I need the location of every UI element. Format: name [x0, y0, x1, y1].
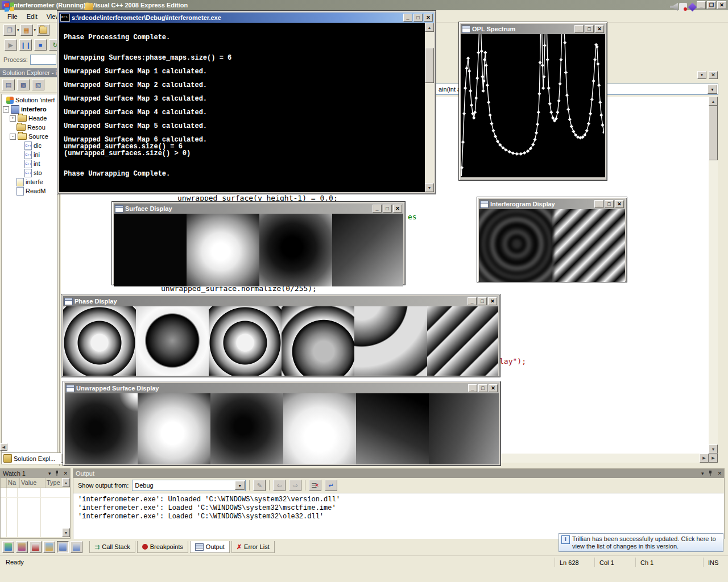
- close-icon[interactable]: ✕: [615, 200, 624, 208]
- maximize-icon[interactable]: □: [605, 200, 614, 208]
- window-list-icon[interactable]: ▾: [697, 71, 706, 79]
- vscroll-thumb[interactable]: [425, 48, 434, 83]
- watch-col-name[interactable]: Na: [7, 478, 20, 488]
- tree-item-header-files[interactable]: + Heade: [2, 114, 57, 123]
- minimize-icon[interactable]: _: [574, 25, 584, 33]
- close-icon[interactable]: ✕: [489, 384, 498, 392]
- scroll-right-icon[interactable]: ▶: [700, 454, 709, 463]
- chevron-down-icon[interactable]: ▾: [48, 471, 51, 476]
- pause-icon[interactable]: ❙❙: [19, 39, 32, 51]
- watch-grid[interactable]: ▼: [1, 488, 70, 537]
- console-vscrollbar[interactable]: ▲ ▼: [425, 23, 434, 192]
- tab-breakpoints[interactable]: Breakpoints: [137, 541, 188, 553]
- maximize-icon[interactable]: □: [478, 297, 487, 305]
- solution-explorer-tab[interactable]: Solution Expl...: [1, 452, 65, 464]
- output-log[interactable]: 'interferometer.exe': Unloaded 'C:\WINDO…: [73, 493, 724, 539]
- tree-item-cpp-file[interactable]: C++ int: [2, 159, 57, 168]
- dropdown-arrow-icon[interactable]: ▾: [34, 28, 36, 32]
- show-all-files-icon[interactable]: ▩: [17, 79, 30, 90]
- open-folder-icon: [18, 133, 27, 140]
- scroll-down-icon[interactable]: ▼: [425, 183, 434, 192]
- panel-shortcut-icon[interactable]: [2, 541, 14, 553]
- scroll-down-icon[interactable]: ▼: [62, 528, 70, 537]
- prev-message-icon[interactable]: ⇦: [273, 480, 286, 491]
- output-source-combobox[interactable]: Debug ▼: [132, 480, 246, 491]
- tree-item-cpp-file[interactable]: C++ dic: [2, 141, 57, 150]
- trillian-notification[interactable]: i Trillian has been successfully updated…: [559, 533, 723, 552]
- panel-shortcut-icon[interactable]: [71, 541, 82, 553]
- copy-icon[interactable]: ❐: [3, 24, 16, 36]
- close-icon[interactable]: ✕: [63, 471, 68, 476]
- collapse-icon[interactable]: -: [10, 134, 16, 140]
- scroll-down-icon[interactable]: ▼: [709, 444, 718, 454]
- chevron-down-icon[interactable]: ▾: [701, 471, 704, 476]
- minimize-icon[interactable]: _: [373, 205, 382, 213]
- chevron-down-icon[interactable]: ▼: [708, 85, 717, 94]
- pin-icon[interactable]: [55, 471, 59, 476]
- maximize-icon[interactable]: □: [478, 384, 487, 392]
- tree-item-readme[interactable]: ReadM: [2, 186, 57, 196]
- find-message-icon[interactable]: ✎: [253, 480, 266, 491]
- maximize-icon[interactable]: □: [413, 14, 423, 22]
- maximize-icon[interactable]: □: [585, 25, 594, 33]
- tab-call-stack[interactable]: ⇉ Call Stack: [89, 541, 135, 553]
- minimize-icon[interactable]: _: [468, 297, 477, 305]
- panel-shortcut-icon[interactable]: [57, 541, 69, 553]
- tree-item-cpp-file[interactable]: C++ ini: [2, 150, 57, 159]
- clear-all-icon[interactable]: ☰✕: [309, 480, 321, 491]
- scroll-up-icon[interactable]: ▲: [425, 23, 434, 32]
- scroll-corner-icon[interactable]: ▶: [709, 454, 718, 463]
- tree-item-cpp-file[interactable]: C++ sto: [2, 168, 57, 177]
- minimize-icon[interactable]: _: [468, 384, 477, 392]
- editor-vscrollbar[interactable]: ▲ ▼: [709, 97, 718, 454]
- word-wrap-icon[interactable]: ↵: [325, 480, 337, 491]
- panel-shortcut-icon[interactable]: [16, 541, 28, 553]
- close-icon[interactable]: ✕: [595, 25, 604, 33]
- tree-item-rc-file[interactable]: interfe: [2, 177, 57, 186]
- tab-output[interactable]: Output: [190, 541, 230, 553]
- expand-icon[interactable]: +: [10, 115, 16, 122]
- minimize-icon[interactable]: _: [697, 1, 706, 9]
- minimize-icon[interactable]: _: [403, 14, 412, 22]
- refresh-icon[interactable]: ▧: [32, 79, 44, 90]
- process-combobox[interactable]: [30, 55, 56, 65]
- panel-shortcut-icon[interactable]: [43, 541, 55, 553]
- tray-icon-device[interactable]: [679, 3, 687, 11]
- ide-title-text: interferometer (Running) - Visual C++ 20…: [12, 2, 188, 9]
- tree-item-solution[interactable]: Solution 'interf: [2, 95, 57, 105]
- scroll-up-icon[interactable]: ▲: [709, 97, 718, 106]
- panel-shortcut-icon[interactable]: [30, 541, 42, 553]
- close-icon[interactable]: ✕: [717, 1, 726, 9]
- close-icon[interactable]: ✕: [393, 205, 402, 213]
- tree-item-source-files[interactable]: - Source: [2, 132, 57, 141]
- close-icon[interactable]: ✕: [488, 297, 497, 305]
- maximize-icon[interactable]: ❐: [707, 1, 716, 9]
- properties-icon[interactable]: ▤: [2, 79, 15, 90]
- palette-icon[interactable]: ▦: [20, 24, 33, 36]
- tab-error-list[interactable]: ✗ Error List: [231, 541, 275, 553]
- maximize-icon[interactable]: □: [383, 205, 392, 213]
- vscroll-thumb[interactable]: [709, 106, 718, 160]
- dropdown-arrow-icon[interactable]: ▾: [17, 28, 19, 32]
- chevron-down-icon[interactable]: ▼: [235, 481, 245, 490]
- menu-edit[interactable]: Edit: [23, 11, 42, 22]
- phase-image-3: [209, 306, 282, 376]
- notification-text[interactable]: Trillian has been successfully updated. …: [572, 535, 721, 550]
- close-icon[interactable]: ✕: [424, 14, 433, 22]
- next-message-icon[interactable]: ⇨: [289, 480, 301, 491]
- tree-item-resource-files[interactable]: Resou: [2, 123, 57, 132]
- collapse-icon[interactable]: -: [3, 106, 9, 113]
- minimize-icon[interactable]: _: [594, 200, 603, 208]
- watch-col-type[interactable]: Type: [46, 478, 62, 488]
- stop-icon[interactable]: ■: [34, 39, 47, 51]
- pin-icon[interactable]: [708, 471, 713, 476]
- tree-item-project[interactable]: - interfero: [2, 105, 57, 114]
- close-icon[interactable]: ✕: [717, 471, 722, 476]
- menu-file[interactable]: File: [3, 11, 22, 22]
- continue-icon[interactable]: ▶: [5, 39, 17, 51]
- close-document-icon[interactable]: ✕: [709, 71, 718, 79]
- scroll-left-icon[interactable]: ◀: [0, 443, 7, 451]
- scroll-up-icon[interactable]: ▲: [62, 478, 70, 487]
- open-folder-icon[interactable]: [37, 24, 49, 36]
- watch-col-value[interactable]: Value: [20, 478, 46, 488]
